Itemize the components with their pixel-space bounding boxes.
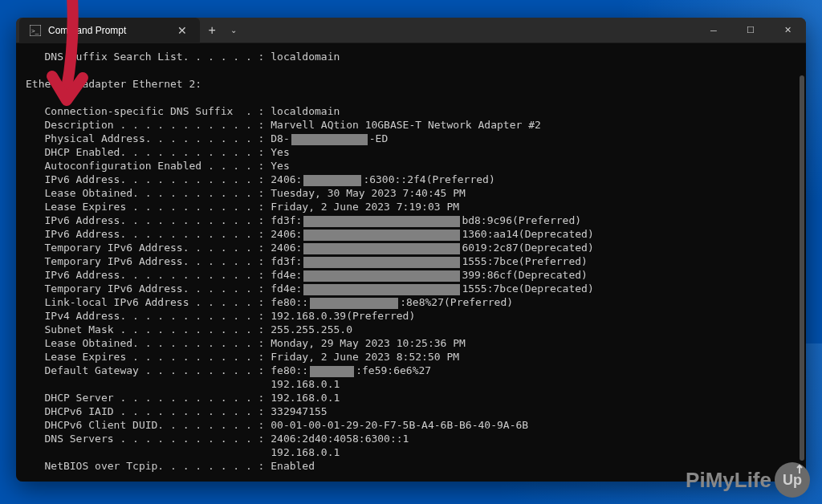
redacted-text xyxy=(303,243,460,254)
window-controls: ─ ☐ ✕ xyxy=(695,18,806,43)
redacted-text xyxy=(291,134,368,145)
terminal-line: IPv6 Address. . . . . . . . . . . : 2406… xyxy=(26,227,796,241)
terminal-line: 192.168.0.1 xyxy=(26,445,796,459)
terminal-line: Subnet Mask . . . . . . . . . . . : 255.… xyxy=(26,323,796,336)
terminal-line: IPv6 Address. . . . . . . . . . . : 2406… xyxy=(26,173,796,186)
title-bar: >_ Command Prompt ✕ + ⌄ ─ ☐ ✕ xyxy=(16,18,806,43)
terminal-line: Description . . . . . . . . . . . : Marv… xyxy=(26,118,796,132)
terminal-line: IPv6 Address. . . . . . . . . . . : fd4e… xyxy=(26,268,796,282)
terminal-line: IPv6 Address. . . . . . . . . . . : fd3f… xyxy=(26,213,796,227)
terminal-content[interactable]: DNS Suffix Search List. . . . . . : loca… xyxy=(16,43,806,482)
terminal-line: Temporary IPv6 Address. . . . . . : fd4e… xyxy=(26,282,796,295)
terminal-line: Lease Obtained. . . . . . . . . . : Tues… xyxy=(26,186,796,200)
terminal-line: DNS Servers . . . . . . . . . . . : 2406… xyxy=(26,432,796,445)
redacted-text xyxy=(310,366,354,377)
terminal-line: DHCP Server . . . . . . . . . . . : 192.… xyxy=(26,391,796,404)
terminal-line xyxy=(26,91,796,104)
terminal-line: IPv4 Address. . . . . . . . . . . : 192.… xyxy=(26,309,796,323)
redacted-text xyxy=(303,216,460,227)
terminal-line: DHCPv6 Client DUID. . . . . . . . : 00-0… xyxy=(26,418,796,432)
scrollbar[interactable] xyxy=(800,75,804,461)
svg-text:>_: >_ xyxy=(31,27,39,35)
redacted-text xyxy=(303,175,361,186)
active-tab[interactable]: >_ Command Prompt ✕ xyxy=(19,18,200,43)
redacted-text xyxy=(303,270,460,282)
terminal-line: Connection-specific DNS Suffix . : local… xyxy=(26,104,796,118)
terminal-line: Default Gateway . . . . . . . . . : fe80… xyxy=(26,364,796,377)
terminal-line: DNS Suffix Search List. . . . . . : loca… xyxy=(26,50,796,63)
close-button[interactable]: ✕ xyxy=(769,18,806,43)
terminal-line: Link-local IPv6 Address . . . . . : fe80… xyxy=(26,295,796,309)
terminal-line: DHCP Enabled. . . . . . . . . . . : Yes xyxy=(26,145,796,159)
redacted-text xyxy=(303,284,460,295)
terminal-line: Temporary IPv6 Address. . . . . . : fd3f… xyxy=(26,254,796,268)
terminal-line: Autoconfiguration Enabled . . . . : Yes xyxy=(26,159,796,173)
terminal-line xyxy=(26,63,796,77)
terminal-line: Physical Address. . . . . . . . . : D8--… xyxy=(26,132,796,145)
tab-dropdown-button[interactable]: ⌄ xyxy=(224,26,243,35)
watermark: PiMyLife Up xyxy=(686,462,810,498)
command-prompt-window: >_ Command Prompt ✕ + ⌄ ─ ☐ ✕ DNS Suffix… xyxy=(16,18,806,482)
watermark-text: PiMyLife xyxy=(686,468,771,493)
terminal-line: Lease Expires . . . . . . . . . . : Frid… xyxy=(26,200,796,213)
redacted-text xyxy=(310,298,398,309)
terminal-line: Ethernet adapter Ethernet 2: xyxy=(26,77,796,91)
terminal-line: 192.168.0.1 xyxy=(26,377,796,391)
terminal-line: Lease Expires . . . . . . . . . . : Frid… xyxy=(26,350,796,364)
terminal-line: Lease Obtained. . . . . . . . . . : Mond… xyxy=(26,336,796,350)
cmd-icon: >_ xyxy=(29,24,42,37)
terminal-line: DHCPv6 IAID . . . . . . . . . . . : 3329… xyxy=(26,404,796,418)
tab-close-button[interactable]: ✕ xyxy=(174,24,190,37)
minimize-button[interactable]: ─ xyxy=(695,18,732,43)
redacted-text xyxy=(303,230,460,241)
tab-title: Command Prompt xyxy=(48,25,126,36)
new-tab-button[interactable]: + xyxy=(200,23,223,38)
watermark-logo: Up xyxy=(775,462,810,498)
terminal-line: Temporary IPv6 Address. . . . . . : 2406… xyxy=(26,241,796,254)
maximize-button[interactable]: ☐ xyxy=(732,18,769,43)
redacted-text xyxy=(303,257,460,268)
terminal-line: NetBIOS over Tcpip. . . . . . . . : Enab… xyxy=(26,459,796,473)
